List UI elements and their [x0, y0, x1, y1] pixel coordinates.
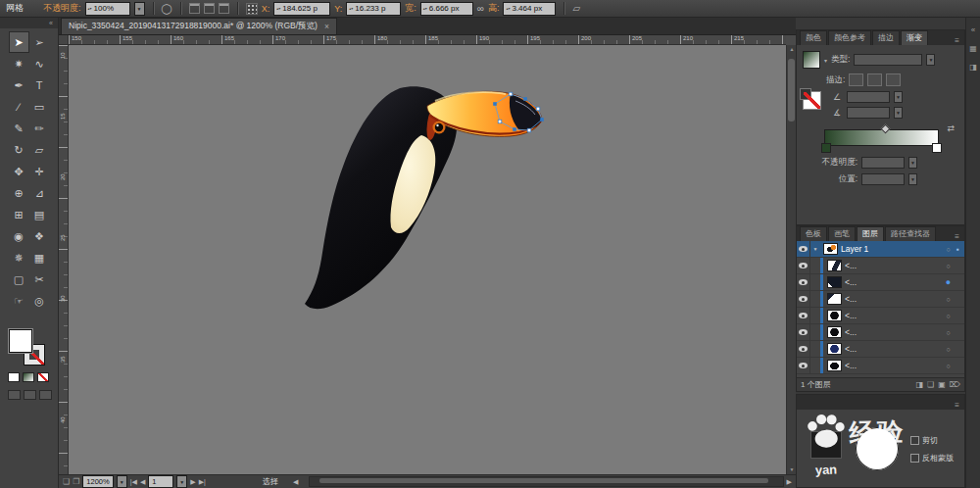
- tab-layers[interactable]: 图层: [857, 226, 884, 241]
- panel-dock-icon-2[interactable]: ◨: [969, 63, 977, 72]
- new-sublayer-button[interactable]: ❏: [927, 380, 934, 389]
- layer-name[interactable]: <...: [845, 294, 943, 304]
- layer-row[interactable]: ▼Layer 1○▪: [797, 241, 964, 258]
- target-circle[interactable]: ○: [943, 263, 954, 269]
- dropdown-icon[interactable]: ▼: [908, 173, 917, 185]
- y-field[interactable]: ▴▾ 16.233 p: [346, 2, 401, 16]
- first-artboard-button[interactable]: |◀: [130, 478, 137, 486]
- hscroll-left-icon[interactable]: ◀: [293, 478, 298, 486]
- target-circle[interactable]: ○: [943, 346, 954, 353]
- pencil-tool[interactable]: ✏: [29, 118, 50, 139]
- gradient-stop-start[interactable]: [821, 143, 831, 153]
- panel-menu-icon[interactable]: ≡: [955, 401, 961, 410]
- width-tool[interactable]: ✥: [9, 161, 29, 182]
- vertical-scroll-thumb[interactable]: [788, 59, 795, 122]
- dropdown-icon[interactable]: ▼: [894, 91, 903, 103]
- stroke-gradient-across-icon[interactable]: [886, 73, 901, 86]
- link-dimensions-icon[interactable]: ∞: [477, 4, 484, 14]
- gradient-aspect-field[interactable]: [847, 107, 890, 119]
- gradient-angle-field[interactable]: [847, 91, 890, 103]
- zoom-field[interactable]: 1200%: [82, 475, 113, 488]
- color-button[interactable]: [8, 372, 20, 382]
- gradient-fill-proxy[interactable]: [803, 91, 821, 110]
- page-icon[interactable]: ❏: [63, 477, 70, 486]
- fill-swatch[interactable]: [9, 329, 32, 353]
- ruler-top[interactable]: 1501551601651701751801851901952002052102…: [69, 35, 786, 45]
- vertical-scrollbar[interactable]: ▲ ▼: [786, 45, 796, 474]
- rectangle-tool[interactable]: ▭: [29, 96, 50, 118]
- pages-icon[interactable]: ❐: [73, 477, 79, 486]
- stepper-icon[interactable]: ▴▾: [423, 7, 427, 10]
- layer-thumbnail[interactable]: [827, 260, 842, 271]
- layer-name[interactable]: <...: [845, 361, 943, 370]
- visibility-toggle[interactable]: [797, 291, 810, 307]
- none-button[interactable]: [37, 372, 49, 382]
- invert-mask-checkbox[interactable]: [910, 454, 919, 463]
- path-row[interactable]: <...○: [797, 341, 964, 358]
- scale-tool[interactable]: ▱: [29, 139, 50, 161]
- perspective-grid-tool[interactable]: ⊿: [29, 182, 50, 204]
- reference-point-icon[interactable]: [246, 3, 258, 15]
- tab-color[interactable]: 颜色: [800, 30, 827, 45]
- stroke-gradient-along-icon[interactable]: [867, 73, 882, 86]
- last-artboard-button[interactable]: ▶|: [199, 478, 206, 486]
- visibility-toggle[interactable]: [797, 308, 810, 323]
- height-field[interactable]: ▴▾ 3.464 px: [503, 2, 556, 16]
- new-layer-button[interactable]: ▣: [938, 380, 946, 389]
- horizontal-scroll-thumb[interactable]: [319, 478, 768, 483]
- dropdown-icon[interactable]: ▼: [894, 107, 903, 119]
- expand-triangle-icon[interactable]: ▼: [810, 246, 820, 252]
- gradient-button[interactable]: [23, 372, 34, 382]
- path-row[interactable]: <...○: [797, 308, 964, 324]
- blend-tool[interactable]: ❖: [29, 225, 50, 247]
- align-center-icon[interactable]: [204, 3, 215, 14]
- gradient-midpoint[interactable]: [880, 124, 890, 134]
- column-graph-tool[interactable]: ▦: [29, 247, 50, 268]
- target-circle[interactable]: ○: [943, 296, 954, 303]
- x-field[interactable]: ▴▾ 184.625 p: [273, 2, 330, 16]
- mesh-tool[interactable]: ⊞: [9, 204, 29, 225]
- tab-stroke[interactable]: 描边: [872, 30, 900, 45]
- horizontal-scrollbar[interactable]: [309, 476, 783, 487]
- artboard-canvas[interactable]: [69, 45, 786, 474]
- panel-menu-icon[interactable]: ≡: [955, 232, 961, 241]
- path-row[interactable]: <...○: [797, 358, 964, 374]
- ruler-corner[interactable]: [59, 35, 69, 45]
- layer-thumbnail[interactable]: [823, 243, 838, 255]
- visibility-toggle[interactable]: [797, 274, 810, 290]
- zoom-dropdown-icon[interactable]: ▼: [117, 475, 127, 488]
- visibility-toggle[interactable]: [797, 358, 810, 373]
- layer-name[interactable]: <...: [845, 311, 943, 320]
- gradient-type-select[interactable]: [854, 54, 922, 66]
- close-icon[interactable]: ×: [324, 22, 329, 31]
- target-circle[interactable]: ○: [943, 313, 954, 319]
- path-row[interactable]: <...●: [797, 274, 964, 291]
- hand-tool[interactable]: ☞: [9, 290, 29, 312]
- visibility-toggle[interactable]: [797, 341, 810, 357]
- stepper-icon[interactable]: ▴▾: [506, 7, 510, 10]
- gradient-swatch[interactable]: [803, 51, 820, 69]
- layer-name[interactable]: <...: [845, 261, 943, 270]
- document-tab[interactable]: Nipic_3350424_20190413172918819000.ai* @…: [61, 18, 337, 34]
- layer-name[interactable]: Layer 1: [841, 244, 943, 254]
- toolbar-collapse-icon[interactable]: «: [0, 18, 58, 28]
- path-row[interactable]: <...○: [797, 291, 964, 308]
- selection-tool[interactable]: ➤: [9, 31, 29, 53]
- delete-layer-button[interactable]: ⌦: [950, 380, 960, 389]
- shape-builder-tool[interactable]: ⊕: [9, 182, 29, 204]
- opacity-field[interactable]: ▴▾ 100%: [85, 2, 130, 16]
- path-row[interactable]: <...○: [797, 324, 964, 341]
- dropdown-icon[interactable]: ▼: [908, 157, 917, 169]
- gradient-swatch-dropdown-icon[interactable]: ▾: [824, 57, 827, 64]
- gradient-location-field[interactable]: [861, 173, 905, 185]
- toucan-artwork[interactable]: [69, 45, 786, 474]
- layer-thumbnail[interactable]: [827, 326, 842, 338]
- prev-artboard-button[interactable]: ◀: [140, 478, 145, 486]
- artboard-dropdown-icon[interactable]: ▼: [176, 475, 187, 488]
- tab-color-guide[interactable]: 颜色参考: [828, 30, 871, 45]
- style-circle-icon[interactable]: ◯: [162, 4, 172, 14]
- layer-name[interactable]: <...: [845, 277, 943, 287]
- hscroll-right-icon[interactable]: ▶: [787, 478, 792, 486]
- paintbrush-tool[interactable]: ✎: [9, 118, 29, 139]
- layer-thumbnail[interactable]: [827, 360, 842, 371]
